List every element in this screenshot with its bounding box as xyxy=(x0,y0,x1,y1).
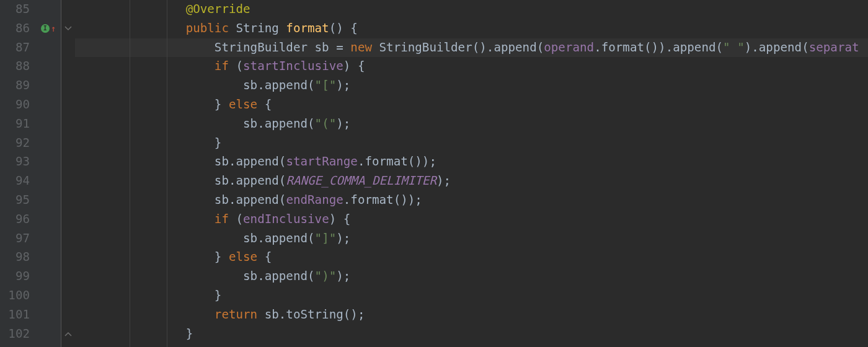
token-str: " " xyxy=(723,40,745,55)
line-number-gutter: 858687888990919293949596979899100101102 xyxy=(0,0,36,347)
code-line[interactable]: sb.append(RANGE_COMMA_DELIMITER); xyxy=(75,172,868,191)
token-pn: } xyxy=(215,250,229,264)
token-pn xyxy=(100,269,243,283)
line-number: 95 xyxy=(0,191,36,210)
override-gutter-icon[interactable]: I↑ xyxy=(36,19,61,38)
line-number: 94 xyxy=(0,172,36,191)
code-line[interactable]: return sb.toString(); xyxy=(75,305,868,325)
token-pn xyxy=(100,21,186,35)
token-pn: } xyxy=(215,288,222,302)
code-line[interactable]: } else { xyxy=(75,248,868,267)
token-pn xyxy=(100,250,215,264)
token-pn: StringBuilder sb = xyxy=(215,40,351,55)
code-line[interactable]: } else { xyxy=(75,95,868,115)
token-kw: if xyxy=(215,59,229,73)
code-editor[interactable]: 858687888990919293949596979899100101102 … xyxy=(0,0,868,347)
token-pn xyxy=(100,288,215,302)
token-pn: ( xyxy=(229,59,243,73)
line-number: 86 xyxy=(0,19,36,38)
code-line[interactable]: } xyxy=(75,134,868,153)
token-pn: sb.append( xyxy=(215,174,286,188)
code-line[interactable]: sb.append(")"); xyxy=(75,267,868,286)
token-const: RANGE_COMMA_DELIMITER xyxy=(286,174,436,188)
token-pn: sb.append( xyxy=(243,269,315,283)
token-pn: sb.append( xyxy=(215,193,286,207)
code-line[interactable]: sb.append("]"); xyxy=(75,229,868,248)
token-pn xyxy=(100,136,215,150)
token-pn xyxy=(100,231,243,245)
code-line[interactable]: sb.append(startRange.format()); xyxy=(75,152,868,172)
line-number: 93 xyxy=(0,152,36,172)
token-pn: .format()); xyxy=(358,154,436,169)
token-pn: ( xyxy=(229,212,243,226)
fold-close-icon[interactable] xyxy=(61,325,75,344)
fold-gutter xyxy=(61,0,75,347)
token-pn: { xyxy=(257,250,272,264)
line-number: 92 xyxy=(0,134,36,153)
code-line[interactable]: } xyxy=(75,325,868,344)
code-area[interactable]: @Override public String format() { Strin… xyxy=(75,0,868,347)
token-mname: format xyxy=(286,21,329,35)
token-pn xyxy=(100,154,215,169)
token-pn xyxy=(100,40,215,55)
token-pn: sb.append( xyxy=(243,231,315,245)
code-line[interactable]: @Override xyxy=(75,0,868,19)
marker-gutter: I↑ xyxy=(36,0,61,347)
code-line[interactable]: StringBuilder sb = new StringBuilder().a… xyxy=(75,38,868,58)
token-pn: { xyxy=(257,97,272,112)
token-pn: ); xyxy=(336,78,350,92)
code-line[interactable]: } xyxy=(75,286,868,305)
token-pn: sb.toString(); xyxy=(257,307,365,322)
token-fld: separat xyxy=(809,40,859,55)
token-type: String xyxy=(229,21,286,35)
line-number: 96 xyxy=(0,210,36,229)
token-pn: () { xyxy=(329,21,358,35)
line-number: 99 xyxy=(0,267,36,286)
token-fld: endInclusive xyxy=(243,212,329,226)
code-line[interactable]: sb.append("("); xyxy=(75,115,868,134)
token-pn xyxy=(100,116,243,131)
token-pn: sb.append( xyxy=(243,116,315,131)
line-number: 89 xyxy=(0,76,36,95)
token-pn: ); xyxy=(336,231,350,245)
token-pn xyxy=(100,193,215,207)
token-pn: ) { xyxy=(343,59,365,73)
token-str: ")" xyxy=(315,269,337,283)
token-pn: sb.append( xyxy=(215,154,286,169)
code-line[interactable]: public String format() { xyxy=(75,19,868,38)
token-kw: else xyxy=(229,250,257,264)
token-kw: public xyxy=(186,21,229,35)
line-number: 91 xyxy=(0,115,36,134)
token-pn: ).append( xyxy=(745,40,809,55)
token-kw: return xyxy=(215,307,257,322)
token-fld: operand xyxy=(544,40,594,55)
token-pn: ); xyxy=(336,269,350,283)
token-kw: new xyxy=(350,40,372,55)
token-pn: } xyxy=(215,136,222,150)
line-number: 100 xyxy=(0,286,36,305)
token-pn: } xyxy=(215,97,229,112)
line-number: 102 xyxy=(0,325,36,344)
line-number: 85 xyxy=(0,0,36,19)
line-number: 90 xyxy=(0,95,36,115)
fold-open-icon[interactable] xyxy=(61,19,75,38)
token-pn xyxy=(100,78,243,92)
code-line[interactable]: sb.append("["); xyxy=(75,76,868,95)
code-line[interactable]: if (startInclusive) { xyxy=(75,57,868,76)
token-pn: ) { xyxy=(329,212,351,226)
token-ann: @Override xyxy=(186,2,250,16)
token-pn xyxy=(100,212,215,226)
code-line[interactable]: if (endInclusive) { xyxy=(75,210,868,229)
token-kw: else xyxy=(229,97,257,112)
token-pn: ); xyxy=(436,174,451,188)
indent-guide xyxy=(130,0,130,347)
token-fld: startRange xyxy=(286,154,358,169)
token-pn xyxy=(100,59,215,73)
token-str: "[" xyxy=(315,78,337,92)
line-number: 87 xyxy=(0,38,36,58)
token-pn: sb.append( xyxy=(243,78,315,92)
code-line[interactable]: sb.append(endRange.format()); xyxy=(75,191,868,210)
token-str: "]" xyxy=(315,231,337,245)
token-pn: .format()); xyxy=(343,193,422,207)
line-number: 101 xyxy=(0,305,36,325)
